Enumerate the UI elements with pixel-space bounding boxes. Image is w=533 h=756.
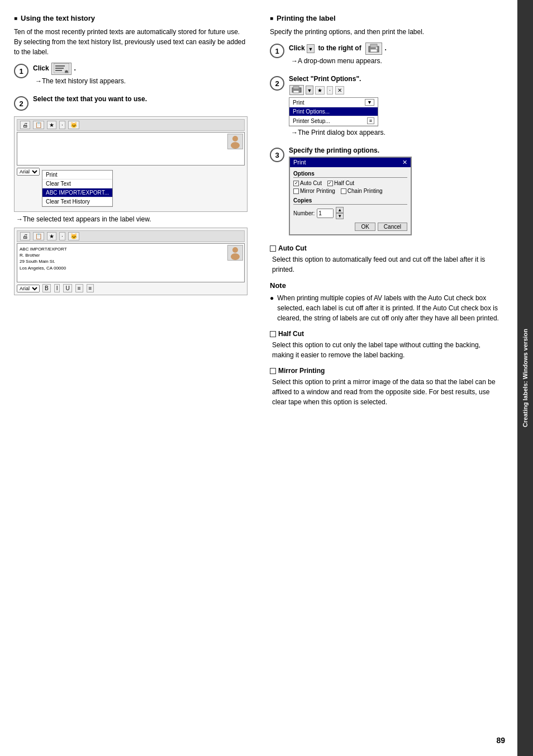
x-toolbar-icon: ✕	[335, 86, 344, 94]
left-section-title-text: Using the text history	[21, 14, 95, 22]
copies-section: Copies Number: ▲ ▼	[293, 197, 407, 219]
right-step3-number: 3	[275, 151, 279, 159]
font-dropdown[interactable]: Arial	[17, 168, 40, 176]
left-intro-text: Ten of the most recently printed texts a…	[14, 27, 248, 57]
mirror-printing-checkbox-icon	[270, 368, 276, 374]
auto-cut-checkbox-icon	[270, 245, 276, 252]
print-arrow: ▼	[365, 99, 374, 106]
svg-rect-16	[293, 91, 299, 93]
dialog-checkboxes-row2: Mirror Printing Chain Printing	[293, 188, 407, 194]
left-step2-content: Select the text that you want to use.	[33, 95, 248, 105]
mirror-printing-check[interactable]	[293, 188, 299, 194]
ok-button[interactable]: OK	[355, 223, 375, 231]
dialog-title: Print ✕	[290, 158, 411, 167]
screenshot-2: 🖨 📋 ★ · 🐱 ABC IMPORT/EXPORT	[14, 228, 248, 295]
print-options-dropdown: Print ▼ Print Options... Printer Setup..…	[289, 97, 378, 126]
menu-clear-history[interactable]: Clear Text History	[42, 197, 112, 206]
menu-clear-text[interactable]: Clear Text	[42, 179, 112, 188]
left-column: Using the text history Ten of the most r…	[11, 11, 250, 745]
right-intro-text: Specify the printing options, and then p…	[270, 27, 503, 37]
right-step2-note: →The Print dialog box appears.	[291, 129, 503, 136]
page-container: Using the text history Ten of the most r…	[0, 0, 533, 756]
cancel-button[interactable]: Cancel	[378, 223, 407, 231]
toolbar-icon-4: ·	[59, 121, 65, 129]
toolbar-icon-3: ★	[47, 121, 56, 129]
dialog-close-icon[interactable]: ✕	[402, 159, 407, 166]
align-btn[interactable]: ≡	[87, 284, 94, 292]
auto-cut-checkbox[interactable]: Auto Cut	[293, 180, 322, 186]
italic-btn[interactable]: I	[54, 284, 60, 292]
left-section-title: Using the text history	[14, 14, 248, 22]
toolbar-icon-2: 📋	[33, 121, 44, 129]
left-step2: 2 Select the text that you want to use.	[14, 95, 248, 111]
auto-cut-body: Select this option to automatically feed…	[272, 254, 503, 275]
right-section-title: Printing the label	[270, 14, 503, 22]
note-bullet-1: When printing multiple copies of AV labe…	[270, 293, 503, 323]
label-view-1	[17, 132, 245, 166]
menu-item-print[interactable]: Print ▼	[289, 98, 378, 107]
right-section-title-text: Printing the label	[277, 14, 335, 22]
copies-up-btn[interactable]: ▲	[336, 207, 344, 213]
toolbar-icon-s2-4: ·	[59, 232, 65, 240]
dialog-checkboxes-row1: Auto Cut Half Cut	[293, 180, 407, 186]
print-toolbar-icon	[289, 85, 304, 95]
half-cut-title: Half Cut	[270, 330, 503, 338]
left-step1-label: Click .	[33, 63, 248, 75]
print-dropdown-arrow[interactable]: ▼	[306, 86, 313, 94]
toolbar-icon-s2-5: 🐱	[68, 232, 79, 240]
screenshot-1-bottom: Arial Print Clear Text ABC IMPORT/EXPORT…	[17, 168, 245, 209]
left-step2-circle: 2	[14, 96, 28, 111]
chain-printing-checkbox[interactable]: Chain Printing	[341, 188, 383, 194]
copies-input[interactable]	[317, 209, 334, 218]
half-cut-checkbox[interactable]: Half Cut	[327, 180, 354, 186]
chain-printing-check[interactable]	[341, 188, 346, 194]
menu-item-print-options[interactable]: Print Options...	[289, 107, 378, 116]
copies-number-row: Number: ▲ ▼	[293, 207, 407, 219]
right-step3-label: Specify the printing options.	[289, 147, 503, 154]
screenshot-1-toolbar: 🖨 📋 ★ · 🐱	[17, 119, 245, 131]
mirror-printing-checkbox[interactable]: Mirror Printing	[293, 188, 335, 194]
left-step1-circle: 1	[14, 64, 28, 78]
svg-rect-11	[370, 44, 377, 48]
right-step3-circle: 3	[270, 148, 284, 162]
half-cut-section: Half Cut Select this option to cut only …	[270, 330, 503, 360]
dot-toolbar-icon: ·	[327, 86, 333, 94]
underline-btn[interactable]: U	[63, 284, 72, 292]
menu-item-printer-setup[interactable]: Printer Setup... ≡	[289, 116, 378, 126]
menu-print[interactable]: Print	[42, 171, 112, 179]
label-view-2: ABC IMPORT/EXPORT R. Brother 29 South Ma…	[17, 243, 245, 282]
page-number: 89	[496, 736, 505, 745]
mirror-printing-body: Select this option to print a mirror ima…	[272, 377, 503, 407]
format-btn[interactable]: ≡	[75, 284, 83, 292]
auto-cut-section: Auto Cut Select this option to automatic…	[270, 244, 503, 275]
avatar-1	[227, 134, 243, 149]
left-step1-content: Click .	[33, 63, 248, 89]
auto-cut-check[interactable]	[293, 181, 299, 186]
left-step1-note: →The text history list appears.	[35, 77, 248, 85]
bold-btn[interactable]: B	[42, 284, 51, 292]
screenshot-2-toolbar: 🖨 📋 ★ · 🐱	[17, 230, 245, 242]
right-step2-label: Select "Print Options".	[289, 75, 503, 83]
print-dialog: Print ✕ Options Auto Cut Half Cut	[289, 157, 412, 235]
star-toolbar-icon: ★	[315, 86, 325, 94]
note-section: Note When printing multiple copies of AV…	[270, 281, 503, 323]
text-history-icon	[51, 63, 72, 75]
left-step2-label: Select the text that you want to use.	[33, 95, 248, 103]
copies-spinner: ▲ ▼	[336, 207, 344, 219]
mirror-printing-title: Mirror Printing	[270, 367, 503, 375]
left-step2-note: →The selected text appears in the label …	[16, 215, 248, 223]
right-step1: 1 Click ▼ to the right of	[270, 42, 503, 69]
right-step2-content: Select "Print Options". ▼ ★ ·	[289, 75, 503, 141]
right-step1-note: →A drop-down menu appears.	[291, 57, 503, 65]
sidebar-tab-label: Creating labels: Windows version	[522, 329, 529, 427]
menu-abc-import[interactable]: ABC IMPORT/EXPORT...	[42, 188, 112, 197]
copies-down-btn[interactable]: ▼	[336, 213, 344, 219]
font-select-2[interactable]: Arial	[17, 285, 40, 292]
dropdown-arrow-icon[interactable]: ▼	[307, 44, 315, 53]
main-content: Using the text history Ten of the most r…	[0, 0, 517, 756]
half-cut-check[interactable]	[327, 181, 333, 186]
right-step3: 3 Specify the printing options. Print ✕ …	[270, 147, 503, 238]
text-history-dropdown: Print Clear Text ABC IMPORT/EXPORT... Cl…	[42, 170, 113, 207]
svg-point-9	[231, 253, 240, 260]
svg-point-7	[231, 142, 240, 149]
